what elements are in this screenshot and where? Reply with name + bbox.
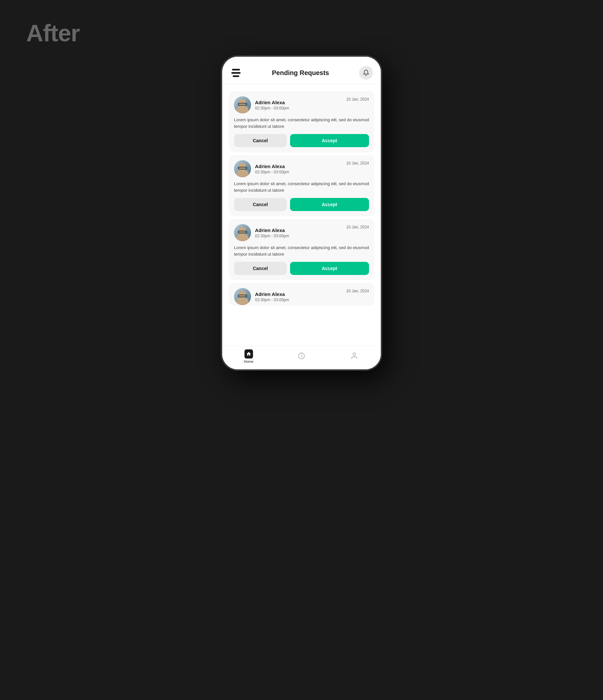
time-range: 02:30pm - 03:00pm: [255, 170, 289, 174]
phone-content: Pending Requests: [222, 57, 381, 369]
user-name: Adrien Alexa: [255, 291, 289, 297]
accept-button[interactable]: Accept: [290, 134, 369, 147]
request-card: Adrien Alexa 02:30pm - 03:00pm 10 Jan, 2…: [229, 91, 374, 152]
card-date: 10 Jan, 2024: [346, 96, 369, 102]
menu-button[interactable]: [230, 67, 242, 79]
phone-frame: Pending Requests: [221, 56, 382, 370]
history-icon: [297, 352, 306, 360]
stack-layer-2: [231, 72, 241, 74]
card-date: 10 Jan, 2024: [346, 224, 369, 229]
user-info: Adrien Alexa 02:30pm - 03:00pm: [234, 224, 289, 241]
avatar-image: [234, 96, 251, 114]
avatar-image: [234, 224, 251, 241]
card-header: Adrien Alexa 02:30pm - 03:00pm 10 Jan, 2…: [234, 288, 369, 305]
notification-button[interactable]: [359, 66, 373, 80]
time-range: 02:30pm - 03:00pm: [255, 298, 289, 302]
avatar-image: [234, 288, 251, 305]
home-icon-svg: [246, 351, 251, 356]
request-card: Adrien Alexa 02:30pm - 03:00pm 10 Jan, 2…: [229, 219, 374, 280]
avatar: [234, 224, 251, 241]
avatar: [234, 96, 251, 114]
avatar-glasses: [238, 103, 247, 105]
user-info: Adrien Alexa 02:30pm - 03:00pm: [234, 160, 289, 177]
card-description: Lorem ipsum dolor sit amet, consectetur …: [234, 245, 369, 257]
user-name: Adrien Alexa: [255, 227, 289, 233]
nav-item-history[interactable]: [275, 352, 328, 361]
status-bar: [222, 57, 381, 61]
request-card-partial: Adrien Alexa 02:30pm - 03:00pm 10 Jan, 2…: [229, 283, 374, 306]
app-header: Pending Requests: [222, 61, 381, 84]
cancel-button[interactable]: Cancel: [234, 198, 287, 211]
avatar: [234, 288, 251, 305]
card-header: Adrien Alexa 02:30pm - 03:00pm 10 Jan, 2…: [234, 224, 369, 241]
bottom-navigation: Home: [222, 346, 381, 369]
avatar-glasses: [238, 295, 247, 297]
card-header: Adrien Alexa 02:30pm - 03:00pm 10 Jan, 2…: [234, 96, 369, 114]
stack-icon: [231, 69, 241, 77]
card-actions: Cancel Accept: [234, 198, 369, 211]
accept-button[interactable]: Accept: [290, 198, 369, 211]
card-header: Adrien Alexa 02:30pm - 03:00pm 10 Jan, 2…: [234, 160, 369, 177]
stack-layer-1: [232, 69, 240, 71]
page-title: Pending Requests: [272, 69, 329, 77]
requests-list[interactable]: Adrien Alexa 02:30pm - 03:00pm 10 Jan, 2…: [222, 84, 381, 346]
card-actions: Cancel Accept: [234, 262, 369, 275]
phone-mockup: Pending Requests: [221, 56, 382, 370]
user-info: Adrien Alexa 02:30pm - 03:00pm: [234, 96, 289, 114]
avatar-image: [234, 160, 251, 177]
card-date: 10 Jan, 2024: [346, 160, 369, 166]
user-name: Adrien Alexa: [255, 164, 289, 169]
history-icon-svg: [298, 352, 305, 360]
cancel-button[interactable]: Cancel: [234, 262, 287, 275]
user-info: Adrien Alexa 02:30pm - 03:00pm: [234, 288, 289, 305]
after-label: After: [26, 20, 80, 47]
cancel-button[interactable]: Cancel: [234, 134, 287, 147]
time-range: 02:30pm - 03:00pm: [255, 106, 289, 110]
nav-item-home[interactable]: Home: [222, 350, 275, 364]
card-description: Lorem ipsum dolor sit amet, consectetur …: [234, 180, 369, 193]
card-actions: Cancel Accept: [234, 134, 369, 147]
nav-label-home: Home: [244, 359, 253, 364]
profile-icon: [350, 352, 358, 360]
stack-layer-3: [233, 75, 239, 77]
svg-point-1: [353, 353, 356, 355]
user-name-time: Adrien Alexa 02:30pm - 03:00pm: [255, 227, 289, 238]
time-range: 02:30pm - 03:00pm: [255, 234, 289, 238]
profile-icon-svg: [350, 352, 358, 360]
user-name-time: Adrien Alexa 02:30pm - 03:00pm: [255, 164, 289, 174]
user-name-time: Adrien Alexa 02:30pm - 03:00pm: [255, 100, 289, 110]
card-date: 10 Jan, 2024: [346, 288, 369, 293]
card-description: Lorem ipsum dolor sit amet, consectetur …: [234, 117, 369, 129]
nav-item-profile[interactable]: [328, 352, 381, 361]
user-name: Adrien Alexa: [255, 100, 289, 105]
accept-button[interactable]: Accept: [290, 262, 369, 275]
avatar-glasses: [238, 231, 247, 233]
request-card: Adrien Alexa 02:30pm - 03:00pm 10 Jan, 2…: [229, 155, 374, 216]
home-icon-background: [245, 349, 253, 358]
user-name-time: Adrien Alexa 02:30pm - 03:00pm: [255, 291, 289, 302]
avatar-glasses: [238, 167, 247, 170]
home-icon: [245, 350, 253, 358]
bell-icon: [363, 70, 369, 76]
avatar: [234, 160, 251, 177]
